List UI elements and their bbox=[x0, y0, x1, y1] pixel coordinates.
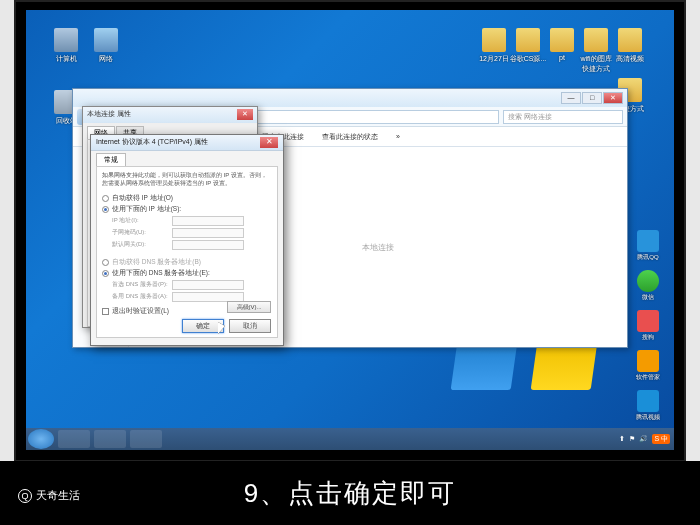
props-titlebar: 本地连接 属性 ✕ bbox=[83, 107, 257, 123]
ipv4-title-text: Internet 协议版本 4 (TCP/IPv4) 属性 bbox=[96, 137, 208, 148]
desktop-icon-folder-5[interactable]: 高清视频 bbox=[610, 28, 650, 64]
mask-label: 子网掩码(U): bbox=[112, 228, 168, 237]
caption-text: 9、点击确定即可 bbox=[244, 476, 456, 511]
radio-icon bbox=[102, 206, 109, 213]
radio-manual-ip[interactable]: 使用下面的 IP 地址(S): bbox=[102, 205, 272, 214]
radio-manual-dns[interactable]: 使用下面的 DNS 服务器地址(E): bbox=[102, 269, 272, 278]
desktop-icon-network[interactable]: 网络 bbox=[86, 28, 126, 64]
side-icon-sogou[interactable]: 搜狗 bbox=[634, 310, 662, 342]
ipv4-properties-dialog: Internet 协议版本 4 (TCP/IPv4) 属性 ✕ 常规 如果网络支… bbox=[90, 134, 284, 346]
gateway-label: 默认网关(D): bbox=[112, 240, 168, 249]
explorer-titlebar: — □ ✕ bbox=[73, 89, 627, 107]
taskbar-item[interactable] bbox=[130, 430, 162, 448]
dns1-label: 首选 DNS 服务器(P): bbox=[112, 280, 168, 289]
minimize-button[interactable]: — bbox=[561, 92, 581, 104]
radio-icon bbox=[102, 195, 109, 202]
gateway-input[interactable] bbox=[172, 240, 244, 250]
video-caption-bar: 9、点击确定即可 bbox=[0, 461, 700, 525]
tray-flag-icon[interactable]: ⚑ bbox=[629, 435, 635, 443]
props-title-text: 本地连接 属性 bbox=[87, 109, 131, 121]
maximize-button[interactable]: □ bbox=[582, 92, 602, 104]
ipv4-titlebar: Internet 协议版本 4 (TCP/IPv4) 属性 ✕ bbox=[91, 135, 283, 151]
tray-up-icon[interactable]: ⬆ bbox=[619, 435, 625, 443]
ip-input[interactable] bbox=[172, 216, 244, 226]
cancel-button[interactable]: 取消 bbox=[229, 319, 271, 333]
watermark-text: 天奇生活 bbox=[36, 488, 80, 503]
dns1-input[interactable] bbox=[172, 280, 244, 290]
radio-auto-dns[interactable]: 自动获得 DNS 服务器地址(B) bbox=[102, 258, 272, 267]
close-button[interactable]: ✕ bbox=[603, 92, 623, 104]
ipv4-tab-general[interactable]: 常规 bbox=[96, 153, 126, 166]
checkbox-icon bbox=[102, 308, 109, 315]
desktop: 计算机 网络 回收站 12月27日 谷歌CS源... pt wifi的图库 快捷… bbox=[26, 10, 674, 450]
ipv4-description: 如果网络支持此功能，则可以获取自动指派的 IP 设置。否则，您需要从网络系统管理… bbox=[102, 172, 272, 188]
taskbar: ⬆ ⚑ 🔊 S 中 bbox=[26, 428, 674, 450]
start-button[interactable] bbox=[28, 429, 54, 449]
props-close-button[interactable]: ✕ bbox=[237, 109, 253, 120]
watermark-logo-icon: Q bbox=[18, 489, 32, 503]
monitor-frame: 计算机 网络 回收站 12月27日 谷歌CS源... pt wifi的图库 快捷… bbox=[14, 0, 686, 462]
tray-ime-icon[interactable]: S 中 bbox=[652, 434, 670, 444]
radio-icon bbox=[102, 270, 109, 277]
side-icon-qq[interactable]: 腾讯QQ bbox=[634, 230, 662, 262]
side-icon-softmgr[interactable]: 软件管家 bbox=[634, 350, 662, 382]
advanced-button[interactable]: 高级(V)... bbox=[227, 301, 271, 313]
desktop-icon-computer[interactable]: 计算机 bbox=[46, 28, 86, 64]
taskbar-item[interactable] bbox=[58, 430, 90, 448]
watermark: Q 天奇生活 bbox=[18, 488, 80, 503]
dns2-label: 备用 DNS 服务器(A): bbox=[112, 292, 168, 301]
tray-sound-icon[interactable]: 🔊 bbox=[639, 435, 648, 443]
tool-more[interactable]: » bbox=[396, 133, 400, 140]
ipv4-close-button[interactable]: ✕ bbox=[260, 137, 278, 148]
radio-icon bbox=[102, 259, 109, 266]
tool-status[interactable]: 查看此连接的状态 bbox=[322, 132, 378, 142]
cursor-icon bbox=[218, 322, 228, 336]
system-tray[interactable]: ⬆ ⚑ 🔊 S 中 bbox=[619, 434, 670, 444]
search-input[interactable]: 搜索 网络连接 bbox=[503, 110, 623, 124]
side-icon-video[interactable]: 腾讯视频 bbox=[634, 390, 662, 422]
ip-label: IP 地址(I): bbox=[112, 216, 168, 225]
taskbar-item[interactable] bbox=[94, 430, 126, 448]
radio-auto-ip[interactable]: 自动获得 IP 地址(O) bbox=[102, 194, 272, 203]
mask-input[interactable] bbox=[172, 228, 244, 238]
side-icon-wechat[interactable]: 微信 bbox=[634, 270, 662, 302]
